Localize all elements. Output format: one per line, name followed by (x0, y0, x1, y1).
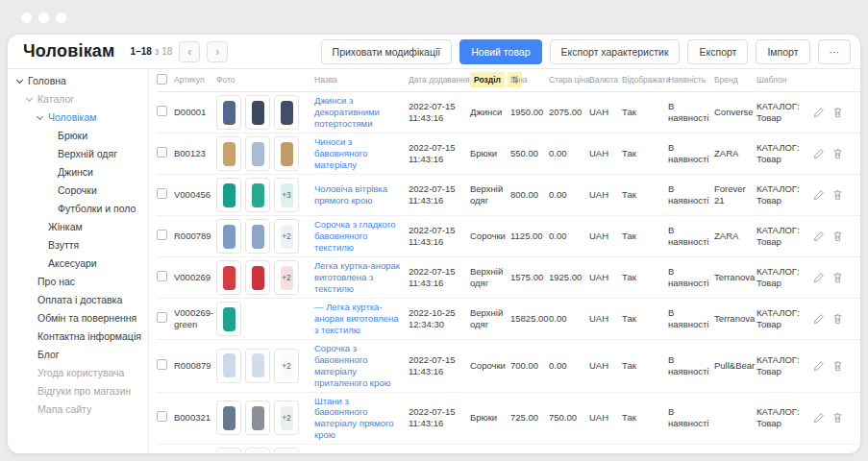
product-name-link[interactable]: — Легка куртка-анорак виготовлена з текс… (314, 302, 409, 336)
row-checkbox[interactable] (157, 312, 167, 323)
product-photo[interactable] (245, 219, 270, 254)
header-display[interactable]: Відображати (622, 75, 668, 85)
product-photo[interactable] (245, 349, 270, 383)
product-name-link[interactable]: Сорочка з гладкого бавовняного текстилю (314, 219, 409, 254)
delete-icon[interactable] (832, 412, 843, 424)
product-photo[interactable] (216, 448, 241, 452)
row-checkbox[interactable] (157, 188, 167, 199)
more-photos-badge[interactable]: +2 (274, 400, 299, 435)
sidebar-item[interactable]: Відгуки про магазин (8, 382, 148, 400)
header-name[interactable]: Назва (314, 75, 409, 85)
next-page-button[interactable]: › (207, 41, 228, 62)
product-photo[interactable] (216, 136, 241, 171)
delete-icon[interactable] (832, 360, 843, 372)
header-section-label[interactable]: Розділ (470, 72, 505, 87)
sidebar-item[interactable]: Каталог (8, 90, 148, 109)
export-button[interactable]: Експорт (687, 39, 748, 64)
product-photo[interactable] (216, 95, 241, 130)
hide-modifications-button[interactable]: Приховати модифікації (321, 39, 453, 64)
product-photo[interactable] (274, 95, 299, 130)
header-currency[interactable]: Валюта (589, 75, 622, 85)
product-photo[interactable] (245, 95, 270, 130)
header-price[interactable]: Ціна (510, 75, 549, 85)
more-photos-badge[interactable]: +2 (274, 219, 299, 254)
sidebar-item[interactable]: Сорочки (8, 182, 148, 200)
header-brand[interactable]: Бренд (714, 75, 756, 85)
product-photo[interactable] (245, 448, 270, 452)
new-product-button[interactable]: Новий товар (459, 39, 541, 64)
delete-icon[interactable] (832, 230, 843, 242)
product-photo[interactable] (216, 400, 241, 435)
sidebar-item[interactable]: Обмін та повернення (8, 309, 148, 328)
sidebar-item[interactable]: Футболки и поло (8, 200, 148, 218)
row-checkbox[interactable] (157, 271, 167, 281)
sidebar-item[interactable]: Чоловікам (8, 109, 148, 127)
row-checkbox[interactable] (157, 359, 167, 370)
header-availability[interactable]: Наявність (668, 75, 714, 85)
edit-icon[interactable] (813, 360, 825, 372)
edit-icon[interactable] (813, 272, 825, 283)
delete-icon[interactable] (832, 189, 843, 201)
edit-icon[interactable] (813, 412, 825, 424)
row-checkbox[interactable] (157, 411, 167, 422)
product-name-link[interactable]: Штани з бавовняного матеріалу прямого кр… (314, 396, 409, 442)
product-photo[interactable] (274, 136, 299, 171)
window-dot[interactable] (56, 12, 66, 23)
sidebar-item[interactable]: Мапа сайту (8, 400, 148, 419)
product-photo[interactable] (245, 136, 270, 171)
sidebar-item[interactable]: Взуття (8, 236, 148, 255)
product-name-link[interactable]: Джинси з декоративними потертостями (314, 95, 409, 130)
window-dot[interactable] (38, 12, 49, 23)
edit-icon[interactable] (813, 230, 825, 242)
product-name-link[interactable]: Сорочка з бавовняного матеріалу притален… (314, 343, 409, 389)
header-date-added[interactable]: Дата додавання (409, 75, 470, 85)
delete-icon[interactable] (832, 107, 843, 118)
row-checkbox[interactable] (157, 147, 167, 158)
more-photos-badge[interactable]: +2 (274, 260, 299, 295)
edit-icon[interactable] (813, 148, 825, 159)
export-characteristics-button[interactable]: Експорт характеристик (550, 39, 681, 64)
product-photo[interactable] (245, 178, 270, 212)
sidebar-item[interactable]: Аксесуари (8, 255, 148, 273)
delete-icon[interactable] (832, 272, 843, 283)
product-photo[interactable] (245, 260, 270, 295)
more-photos-badge[interactable]: +2 (274, 349, 299, 383)
product-photo[interactable] (216, 302, 241, 336)
row-checkbox[interactable] (157, 230, 167, 240)
header-photo[interactable]: Фото (216, 75, 314, 85)
header-template[interactable]: Шаблон (756, 75, 810, 85)
sidebar-item[interactable]: Жінкам (8, 218, 148, 236)
product-name-link[interactable]: Легка куртка-анорак виготовлена з тексти… (314, 260, 409, 295)
edit-icon[interactable] (813, 313, 825, 325)
sidebar-item[interactable]: Оплата і доставка (8, 291, 148, 309)
sidebar-item[interactable]: Головна (8, 72, 148, 90)
sidebar-item[interactable]: Блог (8, 346, 148, 364)
product-name-link[interactable]: Чиноси з бавовняного матеріалу (314, 136, 409, 171)
sidebar-item[interactable]: Про нас (8, 273, 148, 291)
sidebar-item[interactable]: Контактна інформація (8, 328, 148, 346)
product-photo[interactable] (216, 349, 241, 383)
edit-icon[interactable] (813, 189, 825, 201)
more-photos-badge[interactable]: +2 (274, 448, 299, 452)
sidebar-item[interactable]: Верхній одяг (8, 145, 148, 163)
header-article[interactable]: Артикул (174, 75, 216, 85)
sidebar-item[interactable]: Угода користувача (8, 364, 148, 382)
delete-icon[interactable] (832, 148, 843, 159)
edit-icon[interactable] (813, 107, 825, 118)
prev-page-button[interactable]: ‹ (179, 41, 200, 62)
sidebar-item[interactable]: Брюки (8, 127, 148, 145)
sidebar-item[interactable]: Джинси (8, 163, 148, 182)
product-photo[interactable] (216, 260, 241, 295)
delete-icon[interactable] (832, 313, 843, 325)
select-all-checkbox[interactable] (157, 74, 167, 85)
row-checkbox[interactable] (157, 106, 167, 116)
header-old-price[interactable]: Стара ціна (549, 75, 589, 85)
window-dot[interactable] (21, 12, 32, 23)
product-photo[interactable] (216, 219, 241, 254)
product-name-link[interactable]: Чоловіча вітрівка прямого крою (314, 183, 409, 206)
more-photos-badge[interactable]: +3 (274, 178, 299, 212)
product-photo[interactable] (216, 178, 241, 212)
more-actions-button[interactable]: ··· (818, 39, 852, 64)
import-button[interactable]: Імпорт (756, 39, 809, 64)
product-photo[interactable] (245, 400, 270, 435)
